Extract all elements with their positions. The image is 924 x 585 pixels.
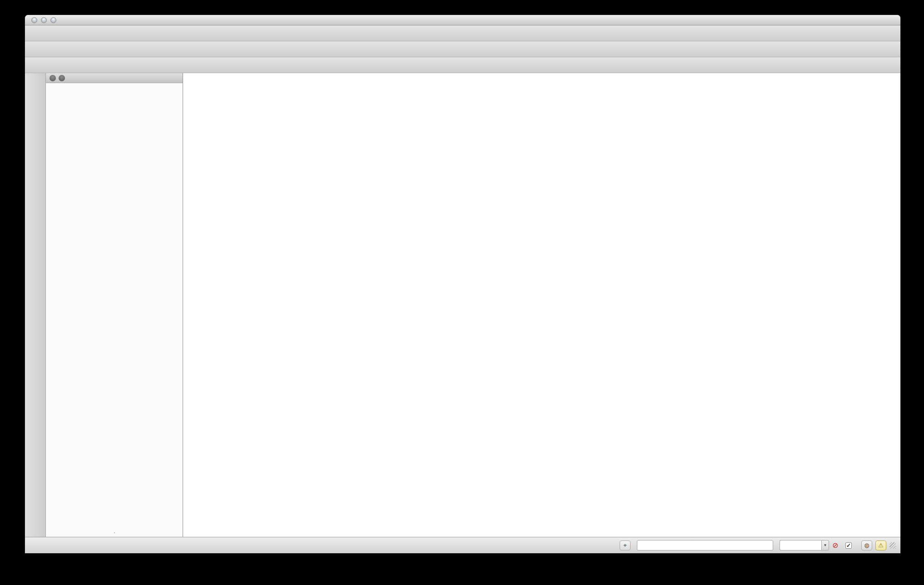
- layers-panel: [46, 73, 183, 537]
- scale-value[interactable]: [780, 540, 821, 550]
- scale-dropdown-icon[interactable]: ▼: [821, 540, 829, 550]
- scale-combo[interactable]: ▼: [780, 540, 829, 550]
- stop-render-icon[interactable]: ⊘: [832, 541, 842, 550]
- qgis-window: ⌖ ▼ ⊘ ✓ ◍ ⚠: [25, 15, 900, 553]
- mouse-position-icon[interactable]: ⌖: [620, 540, 631, 550]
- panel-close-icon[interactable]: [50, 75, 56, 81]
- crs-status-button[interactable]: ◍: [861, 540, 872, 550]
- map-canvas[interactable]: [183, 73, 900, 537]
- panel-tabs: [114, 532, 115, 533]
- toolbar-file-nav: [25, 25, 900, 41]
- manage-layers-toolbar: [25, 73, 46, 537]
- minimize-window-button[interactable]: [41, 17, 47, 23]
- message-log-button[interactable]: ⚠: [875, 540, 886, 550]
- map-svg[interactable]: [183, 73, 900, 537]
- main-content: [25, 73, 900, 537]
- toolbar-advanced-grass: [25, 57, 900, 73]
- title-bar[interactable]: [25, 15, 900, 25]
- status-bar: ⌖ ▼ ⊘ ✓ ◍ ⚠: [25, 537, 900, 553]
- render-checkbox[interactable]: ✓: [845, 542, 852, 549]
- panel-buttons: [50, 75, 65, 81]
- panel-detach-icon[interactable]: [59, 75, 65, 81]
- toolbar-digitizing-labeling: [25, 41, 900, 57]
- coordinate-input[interactable]: [637, 540, 773, 550]
- window-controls: [31, 17, 56, 23]
- layers-panel-header: [46, 73, 183, 83]
- zoom-window-button[interactable]: [50, 17, 56, 23]
- close-window-button[interactable]: [31, 17, 37, 23]
- layer-list: [46, 83, 183, 537]
- resize-grip[interactable]: [889, 542, 896, 549]
